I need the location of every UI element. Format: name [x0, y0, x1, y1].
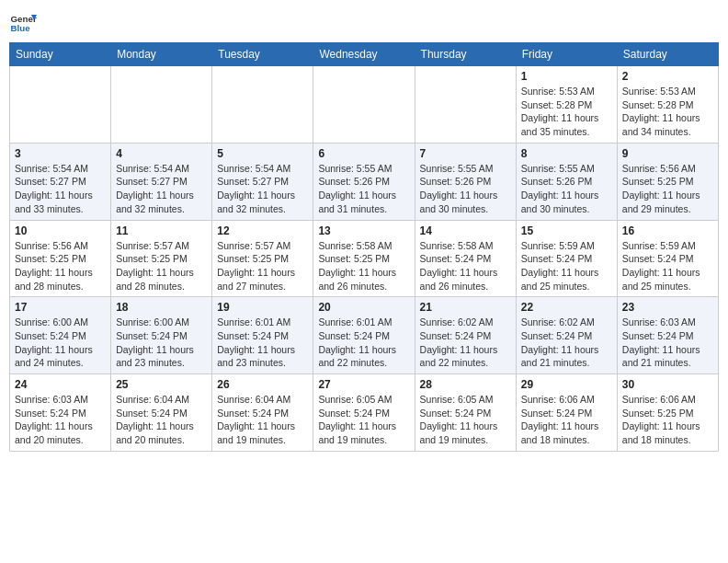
day-info: Sunrise: 5:54 AM Sunset: 5:27 PM Dayligh… [15, 162, 106, 216]
day-number: 8 [521, 147, 612, 160]
calendar-cell: 28Sunrise: 6:05 AM Sunset: 5:24 PM Dayli… [415, 374, 516, 452]
calendar-cell: 24Sunrise: 6:03 AM Sunset: 5:24 PM Dayli… [10, 374, 111, 452]
calendar-cell: 29Sunrise: 6:06 AM Sunset: 5:24 PM Dayli… [516, 374, 617, 452]
day-info: Sunrise: 6:03 AM Sunset: 5:24 PM Dayligh… [15, 393, 106, 447]
calendar-cell: 12Sunrise: 5:57 AM Sunset: 5:25 PM Dayli… [212, 220, 313, 297]
calendar-cell: 14Sunrise: 5:58 AM Sunset: 5:24 PM Dayli… [415, 220, 516, 297]
day-info: Sunrise: 5:57 AM Sunset: 5:25 PM Dayligh… [217, 239, 308, 293]
day-number: 27 [318, 378, 409, 391]
day-number: 11 [116, 224, 207, 237]
svg-text:Blue: Blue [11, 23, 31, 33]
day-number: 21 [420, 301, 511, 314]
calendar-cell: 21Sunrise: 6:02 AM Sunset: 5:24 PM Dayli… [415, 297, 516, 374]
day-info: Sunrise: 6:04 AM Sunset: 5:24 PM Dayligh… [116, 393, 207, 447]
day-info: Sunrise: 6:02 AM Sunset: 5:24 PM Dayligh… [420, 316, 511, 370]
day-number: 23 [622, 301, 713, 314]
day-info: Sunrise: 6:01 AM Sunset: 5:24 PM Dayligh… [217, 316, 308, 370]
day-number: 16 [622, 224, 713, 237]
calendar-cell: 16Sunrise: 5:59 AM Sunset: 5:24 PM Dayli… [617, 220, 718, 297]
day-info: Sunrise: 5:57 AM Sunset: 5:25 PM Dayligh… [116, 239, 207, 293]
day-info: Sunrise: 5:54 AM Sunset: 5:27 PM Dayligh… [217, 162, 308, 216]
calendar-cell: 23Sunrise: 6:03 AM Sunset: 5:24 PM Dayli… [617, 297, 718, 374]
calendar-cell [111, 66, 212, 144]
day-info: Sunrise: 5:54 AM Sunset: 5:27 PM Dayligh… [116, 162, 207, 216]
weekday-header: Saturday [617, 43, 718, 66]
day-info: Sunrise: 6:06 AM Sunset: 5:24 PM Dayligh… [521, 393, 612, 447]
day-number: 26 [217, 378, 308, 391]
calendar-cell: 20Sunrise: 6:01 AM Sunset: 5:24 PM Dayli… [313, 297, 415, 374]
day-info: Sunrise: 5:59 AM Sunset: 5:24 PM Dayligh… [622, 239, 713, 293]
day-info: Sunrise: 6:06 AM Sunset: 5:25 PM Dayligh… [622, 393, 713, 447]
day-number: 2 [622, 70, 713, 83]
calendar-cell: 27Sunrise: 6:05 AM Sunset: 5:24 PM Dayli… [313, 374, 415, 452]
day-info: Sunrise: 5:56 AM Sunset: 5:25 PM Dayligh… [15, 239, 106, 293]
day-number: 13 [318, 224, 409, 237]
day-number: 18 [116, 301, 207, 314]
weekday-header: Tuesday [212, 43, 313, 66]
calendar-cell: 25Sunrise: 6:04 AM Sunset: 5:24 PM Dayli… [111, 374, 212, 452]
calendar-cell: 19Sunrise: 6:01 AM Sunset: 5:24 PM Dayli… [212, 297, 313, 374]
calendar-cell: 18Sunrise: 6:00 AM Sunset: 5:24 PM Dayli… [111, 297, 212, 374]
day-number: 19 [217, 301, 308, 314]
day-info: Sunrise: 5:58 AM Sunset: 5:24 PM Dayligh… [420, 239, 511, 293]
day-info: Sunrise: 5:55 AM Sunset: 5:26 PM Dayligh… [318, 162, 409, 216]
calendar-cell: 26Sunrise: 6:04 AM Sunset: 5:24 PM Dayli… [212, 374, 313, 452]
day-number: 14 [420, 224, 511, 237]
day-number: 22 [521, 301, 612, 314]
calendar-cell [415, 66, 516, 144]
day-info: Sunrise: 5:55 AM Sunset: 5:26 PM Dayligh… [420, 162, 511, 216]
day-number: 20 [318, 301, 409, 314]
page-header: General Blue [9, 9, 719, 37]
calendar-week: 17Sunrise: 6:00 AM Sunset: 5:24 PM Dayli… [10, 297, 719, 374]
calendar-cell: 3Sunrise: 5:54 AM Sunset: 5:27 PM Daylig… [10, 143, 111, 220]
calendar-cell: 5Sunrise: 5:54 AM Sunset: 5:27 PM Daylig… [212, 143, 313, 220]
calendar-week: 10Sunrise: 5:56 AM Sunset: 5:25 PM Dayli… [10, 220, 719, 297]
day-number: 9 [622, 147, 713, 160]
calendar-cell [10, 66, 111, 144]
day-number: 30 [622, 378, 713, 391]
calendar-cell: 17Sunrise: 6:00 AM Sunset: 5:24 PM Dayli… [10, 297, 111, 374]
day-number: 4 [116, 147, 207, 160]
calendar-cell: 6Sunrise: 5:55 AM Sunset: 5:26 PM Daylig… [313, 143, 415, 220]
day-info: Sunrise: 6:04 AM Sunset: 5:24 PM Dayligh… [217, 393, 308, 447]
calendar-cell: 8Sunrise: 5:55 AM Sunset: 5:26 PM Daylig… [516, 143, 617, 220]
logo-icon: General Blue [9, 9, 37, 37]
day-info: Sunrise: 5:56 AM Sunset: 5:25 PM Dayligh… [622, 162, 713, 216]
day-info: Sunrise: 6:03 AM Sunset: 5:24 PM Dayligh… [622, 316, 713, 370]
day-number: 29 [521, 378, 612, 391]
calendar-cell: 13Sunrise: 5:58 AM Sunset: 5:25 PM Dayli… [313, 220, 415, 297]
day-info: Sunrise: 5:55 AM Sunset: 5:26 PM Dayligh… [521, 162, 612, 216]
day-number: 6 [318, 147, 409, 160]
day-info: Sunrise: 5:59 AM Sunset: 5:24 PM Dayligh… [521, 239, 612, 293]
weekday-header: Thursday [415, 43, 516, 66]
day-number: 3 [15, 147, 106, 160]
day-info: Sunrise: 6:02 AM Sunset: 5:24 PM Dayligh… [521, 316, 612, 370]
weekday-header: Sunday [10, 43, 111, 66]
day-info: Sunrise: 5:58 AM Sunset: 5:25 PM Dayligh… [318, 239, 409, 293]
calendar-cell: 30Sunrise: 6:06 AM Sunset: 5:25 PM Dayli… [617, 374, 718, 452]
calendar-cell: 7Sunrise: 5:55 AM Sunset: 5:26 PM Daylig… [415, 143, 516, 220]
day-number: 1 [521, 70, 612, 83]
calendar-cell: 1Sunrise: 5:53 AM Sunset: 5:28 PM Daylig… [516, 66, 617, 144]
day-number: 24 [15, 378, 106, 391]
calendar-cell: 11Sunrise: 5:57 AM Sunset: 5:25 PM Dayli… [111, 220, 212, 297]
day-info: Sunrise: 6:00 AM Sunset: 5:24 PM Dayligh… [116, 316, 207, 370]
day-number: 7 [420, 147, 511, 160]
day-info: Sunrise: 5:53 AM Sunset: 5:28 PM Dayligh… [521, 85, 612, 139]
day-info: Sunrise: 6:00 AM Sunset: 5:24 PM Dayligh… [15, 316, 106, 370]
day-number: 28 [420, 378, 511, 391]
weekday-header: Friday [516, 43, 617, 66]
calendar-cell: 15Sunrise: 5:59 AM Sunset: 5:24 PM Dayli… [516, 220, 617, 297]
weekday-header: Monday [111, 43, 212, 66]
calendar-cell [313, 66, 415, 144]
calendar-cell [212, 66, 313, 144]
day-info: Sunrise: 6:05 AM Sunset: 5:24 PM Dayligh… [420, 393, 511, 447]
day-info: Sunrise: 5:53 AM Sunset: 5:28 PM Dayligh… [622, 85, 713, 139]
day-number: 25 [116, 378, 207, 391]
calendar-cell: 4Sunrise: 5:54 AM Sunset: 5:27 PM Daylig… [111, 143, 212, 220]
calendar-cell: 22Sunrise: 6:02 AM Sunset: 5:24 PM Dayli… [516, 297, 617, 374]
day-info: Sunrise: 6:05 AM Sunset: 5:24 PM Dayligh… [318, 393, 409, 447]
day-number: 10 [15, 224, 106, 237]
calendar-week: 3Sunrise: 5:54 AM Sunset: 5:27 PM Daylig… [10, 143, 719, 220]
day-number: 12 [217, 224, 308, 237]
